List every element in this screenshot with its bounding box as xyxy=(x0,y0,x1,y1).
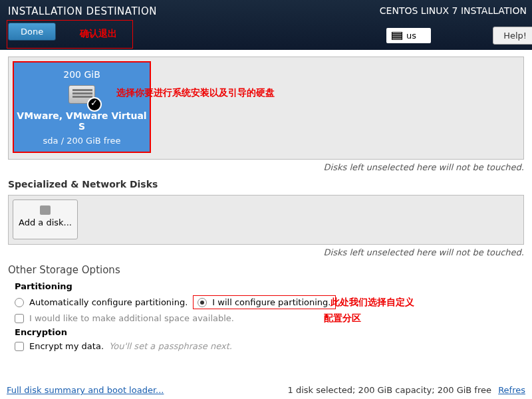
label-encrypt: Encrypt my data. xyxy=(29,341,104,351)
local-disks-area: 200 GiB VMware, VMware Virtual S sda / 2… xyxy=(8,57,524,160)
help-button[interactable]: Help! xyxy=(493,27,532,45)
label-manual-partition: I will configure partitioning. xyxy=(212,297,331,307)
hint-unselected-2: Disks left unselected here will not be t… xyxy=(8,247,524,257)
encryption-row: Encrypt my data. You'll set a passphrase… xyxy=(8,341,524,351)
add-disk-label: Add a disk... xyxy=(19,217,72,227)
annotation-custom-partition-1: 此处我们选择自定义 xyxy=(331,297,414,309)
annotation-custom-partition-2: 配置分区 xyxy=(324,313,361,325)
disk-tile-sda[interactable]: 200 GiB VMware, VMware Virtual S sda / 2… xyxy=(13,61,151,153)
checkbox-encrypt[interactable] xyxy=(15,342,24,351)
keyboard-layout-indicator[interactable]: us xyxy=(386,28,431,43)
partitioning-row: Automatically configure partitioning. I … xyxy=(8,295,524,309)
status-summary: 1 disk selected; 200 GiB capacity; 200 G… xyxy=(288,385,525,395)
annotation-confirm-exit: 确认退出 xyxy=(80,28,117,40)
keyboard-icon xyxy=(392,32,402,40)
check-icon xyxy=(87,97,102,112)
hint-unselected-1: Disks left unselected here will not be t… xyxy=(8,162,524,172)
section-specialized-disks: Specialized & Network Disks xyxy=(8,179,524,190)
label-additional-space: I would like to make additional space av… xyxy=(29,313,234,323)
disk-plus-icon xyxy=(40,205,51,215)
header-bar: INSTALLATION DESTINATION CENTOS LINUX 7 … xyxy=(0,0,532,50)
specialized-disks-area: Add a disk... xyxy=(8,195,524,245)
encrypt-note: You'll set a passphrase next. xyxy=(109,341,232,351)
label-encryption: Encryption xyxy=(8,327,524,337)
annotation-select-disk: 选择你要进行系统安装以及引导的硬盘 xyxy=(116,87,275,99)
disk-sub-label: sda / 200 GiB free xyxy=(17,136,147,146)
add-disk-button[interactable]: Add a disk... xyxy=(13,200,78,239)
radio-auto-partition[interactable] xyxy=(15,298,24,307)
status-text: 1 disk selected; 200 GiB capacity; 200 G… xyxy=(288,385,491,395)
checkbox-additional-space[interactable] xyxy=(15,314,24,323)
additional-space-row: I would like to make additional space av… xyxy=(8,313,524,323)
installer-subtitle: CENTOS LINUX 7 INSTALLATION xyxy=(380,5,527,16)
disk-name-label: VMware, VMware Virtual S xyxy=(17,110,147,132)
annotation-box-manual: I will configure partitioning. xyxy=(193,295,335,309)
label-auto-partition: Automatically configure partitioning. xyxy=(29,297,188,307)
radio-manual-partition[interactable] xyxy=(198,298,207,307)
link-refresh[interactable]: Refres xyxy=(498,385,525,395)
link-disk-summary[interactable]: Full disk summary and boot loader... xyxy=(7,385,164,395)
label-partitioning: Partitioning xyxy=(8,281,524,291)
disk-size-label: 200 GiB xyxy=(17,69,147,80)
section-other-storage: Other Storage Options xyxy=(8,264,524,276)
keyboard-layout-label: us xyxy=(406,31,416,41)
footer-bar: Full disk summary and boot loader... 1 d… xyxy=(7,385,525,395)
